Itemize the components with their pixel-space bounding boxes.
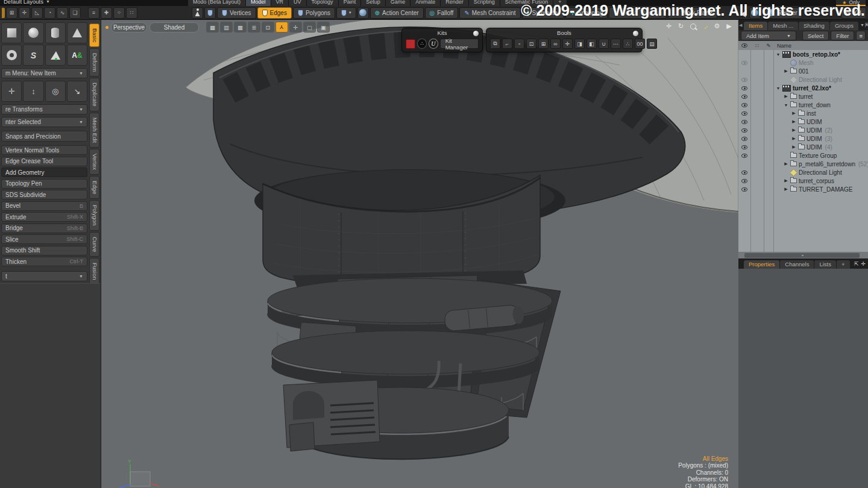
tree-caret-icon[interactable]: ▶ (791, 136, 796, 141)
bool-corner-icon[interactable]: ⌐ (502, 39, 512, 49)
layout-tab-animate[interactable]: Animate (410, 0, 440, 6)
workplane-toggle-icon[interactable]: ⊡ (262, 22, 274, 33)
mesh-constraint-button[interactable]: ✎Mesh Constraint (459, 7, 520, 19)
radial-select-icon[interactable]: ◔ (44, 7, 55, 19)
extrude-tool[interactable]: ExtrudeShift-X (1, 212, 87, 222)
sphere-tool-icon[interactable] (23, 22, 43, 43)
layout-tab-uv[interactable]: UV (289, 0, 306, 6)
globe-icon[interactable] (749, 7, 761, 19)
viewport-settings-gear-icon[interactable]: ⚙ (712, 22, 722, 31)
panel-tab-shading[interactable]: Shading (799, 22, 829, 30)
sidebar-tab-vertex[interactable]: Vertex (89, 149, 99, 175)
background-toggle-icon[interactable]: ▩ (234, 22, 247, 33)
bool-ellipsis-icon[interactable]: ⋯ (611, 39, 621, 49)
layout-tab-setup[interactable]: Setup (361, 0, 385, 6)
bool-trash-icon[interactable]: ▤ (647, 39, 657, 49)
visibility-eye-icon[interactable] (738, 128, 750, 133)
visibility-eye-icon[interactable] (738, 120, 750, 124)
sidebar-tab-deform[interactable]: Deform (89, 48, 99, 77)
bool-pattern-icon[interactable]: ⊞ (538, 39, 549, 49)
visibility-column-eye-icon[interactable] (738, 43, 750, 48)
grid-snap-icon[interactable]: ⊞ (6, 7, 17, 19)
transform-move-icon[interactable]: ✛ (1, 81, 22, 102)
lock-column-icon[interactable]: ✎ (764, 43, 773, 49)
layout-tab-scripting[interactable]: Scripting (469, 0, 500, 6)
kb-button[interactable]: ⚙KB (841, 7, 866, 19)
thicken-tool[interactable]: ThickenCtrl-T (1, 257, 87, 266)
bool-link-icon[interactable]: ∞ (550, 39, 561, 49)
item-menu-dropdown[interactable]: m Menu: New Item▼ (1, 68, 87, 78)
visibility-eye-icon[interactable] (738, 95, 750, 99)
layout-tab-vr[interactable]: VR (271, 0, 289, 6)
cylinder-tool-icon[interactable] (45, 22, 66, 43)
layout-tab-render[interactable]: Render (441, 0, 468, 6)
layer-list-icon[interactable]: ≡ (88, 7, 99, 19)
bool-insert-left-icon[interactable]: ◧ (587, 39, 597, 49)
center-selected-dropdown[interactable]: nter Selected▼ (1, 117, 87, 127)
sidebar-tab-mesh-edit[interactable]: Mesh Edit (89, 113, 99, 148)
tree-caret-icon[interactable]: ▶ (784, 187, 788, 192)
sidebar-tab-duplicate[interactable]: Duplicate (89, 78, 99, 111)
visibility-eye-icon[interactable] (738, 86, 750, 90)
visibility-eye-icon[interactable] (738, 145, 750, 149)
layout-tab-schematic-fusion[interactable]: Schematic Fusion (500, 0, 553, 6)
items-mode-shield-icon[interactable] (204, 7, 216, 19)
move-tool-icon[interactable]: ✚ (101, 7, 112, 19)
cursor-icon[interactable] (741, 8, 749, 17)
vertex-normal-tools-tool[interactable]: Vertex Normal Tools (1, 145, 87, 155)
tree-caret-icon[interactable]: ▶ (784, 178, 788, 183)
fit-view-icon[interactable]: ↔ (700, 22, 709, 31)
default-layouts-menu[interactable]: Default Layouts ▼ (4, 0, 50, 5)
torus-tool-icon[interactable] (1, 45, 22, 66)
layout-tab-item[interactable]: + (553, 0, 566, 6)
3d-viewport[interactable]: Perspective Shaded ▦▥▩≣⊡Y✛▢▣ ✛↻↔⚙▶ Kits … (101, 20, 738, 488)
ref-system-icon[interactable] (357, 7, 369, 19)
layout-tab-game[interactable]: Game (386, 0, 410, 6)
visibility-eye-icon[interactable] (738, 103, 750, 107)
pan-icon[interactable]: ✛ (664, 22, 673, 31)
expand-select-icon[interactable]: ⁘ (113, 7, 125, 19)
action-center-button[interactable]: ⊕Action Center (370, 7, 424, 19)
wireframe-toggle-icon[interactable]: ≣ (248, 22, 260, 33)
only-toggle-tab[interactable]: ★ Only (836, 0, 866, 6)
collapse-panel-icon[interactable]: ◀ (739, 23, 742, 28)
layout-tab-model[interactable]: Model (246, 0, 271, 6)
sidebar-tab-polygon[interactable]: Polygon (89, 200, 99, 230)
scrollbar-thumb[interactable] (744, 253, 860, 258)
visibility-eye-icon[interactable] (738, 187, 750, 192)
bool-scatter-icon[interactable]: ∴ (623, 39, 633, 49)
orbit-icon[interactable]: ↻ (676, 22, 685, 31)
name-column-header[interactable]: Name (773, 43, 791, 49)
visibility-eye-icon[interactable] (738, 111, 750, 116)
bevel-tool[interactable]: BevelB (1, 201, 87, 211)
bool-insert-right-icon[interactable]: ◨ (574, 39, 585, 49)
snaps-and-precision-button[interactable]: Snaps and Precision (1, 131, 87, 142)
quad-view-icon[interactable]: ▥ (220, 22, 233, 33)
wargaming-kit-icon[interactable] (406, 39, 415, 49)
kit-manager-button[interactable]: Kit Manager (440, 39, 479, 49)
axis-mode-icon[interactable]: Y (275, 22, 288, 33)
snapping-button[interactable]: ✛Snapping (565, 7, 608, 19)
turret-3d-model[interactable] (101, 20, 738, 488)
layout-tab-topology[interactable]: Topology (307, 0, 338, 6)
transform-axis-icon[interactable]: ↕ (23, 81, 43, 102)
add-item-button[interactable]: Add Item ▼ (741, 31, 796, 40)
dither-view-icon[interactable]: ▦ (206, 22, 219, 33)
bool-pair-icon[interactable]: 00 (635, 39, 645, 49)
horizontal-scrollbar[interactable] (738, 252, 868, 258)
tree-item-boots-retop-lxo[interactable]: ▼boots_retop.lxo* (738, 50, 868, 58)
sidebar-tab-edge[interactable]: Edge (89, 176, 99, 199)
chevron-down-icon[interactable]: ▼ (860, 23, 864, 27)
pin-panel-icon[interactable]: ✛ (861, 261, 866, 267)
visibility-eye-icon[interactable] (738, 170, 750, 175)
tree-caret-icon[interactable]: ▼ (776, 86, 781, 90)
curve-select-icon[interactable]: ∿ (57, 7, 68, 19)
visibility-eye-icon[interactable] (738, 179, 750, 183)
panel-knob-icon[interactable] (473, 30, 479, 37)
render-button[interactable]: Render (762, 7, 802, 19)
bool-duplicate-icon[interactable]: ⧉ (490, 39, 500, 49)
tree-caret-icon[interactable]: ▶ (784, 69, 788, 74)
panel-knob-icon[interactable] (632, 30, 639, 37)
bool-inset-icon[interactable]: ⊡ (526, 39, 536, 49)
smooth-shift-tool[interactable]: Smooth Shift (1, 246, 87, 255)
